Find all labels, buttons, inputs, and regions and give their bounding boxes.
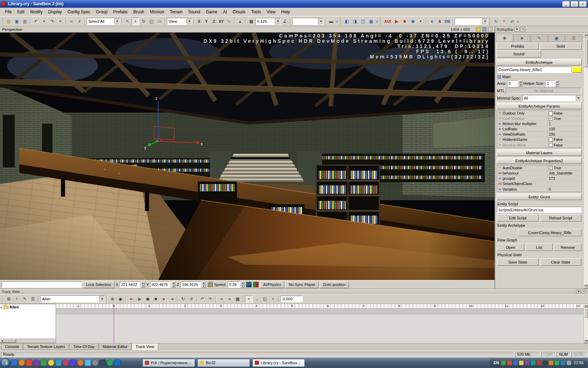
toolbar-grip[interactable] — [2, 18, 4, 25]
tab-console[interactable]: Console — [1, 343, 23, 350]
delete-sequence-icon[interactable]: × — [13, 295, 21, 303]
quick-launch-icon[interactable] — [11, 360, 18, 366]
property-row[interactable]: AiSmartObjectClass — [497, 181, 581, 186]
menu-clouds[interactable]: Clouds — [230, 8, 248, 16]
tray-icon[interactable] — [519, 361, 524, 365]
property-row[interactable]: ?Cast ShadowTrue — [497, 116, 581, 121]
delete-keys-icon[interactable]: × — [269, 295, 277, 303]
link-objects-icon[interactable]: ∞ — [68, 18, 75, 25]
layout-split-icon[interactable]: ◨ — [351, 18, 359, 25]
rollup-pin-icon[interactable] — [514, 27, 519, 32]
layout-triple-icon[interactable]: ◫ — [359, 18, 367, 25]
tab-layers[interactable]: ☰ — [565, 34, 582, 42]
tab-material-editor[interactable]: Material Editor — [99, 343, 131, 350]
prev-key-icon[interactable]: « — [218, 295, 225, 303]
export-button[interactable]: ▥ — [21, 18, 29, 25]
save-state-button[interactable]: Save State — [497, 258, 539, 266]
delete-icon[interactable]: × — [500, 18, 508, 25]
task-button-pix[interactable]: PIX / Редактировани... — [142, 359, 195, 367]
layer-combo[interactable] — [292, 18, 324, 25]
timeline[interactable]: -1 0 1 2 3 4 5 6 7 8 9 10 11 12 13 — [56, 304, 588, 343]
tab-objects[interactable]: ◉ — [496, 34, 513, 42]
tab-display[interactable]: ▣ — [548, 34, 565, 42]
chevron-down-icon[interactable] — [99, 296, 105, 302]
tray-icon[interactable] — [549, 361, 553, 365]
z-coordinate-field[interactable]: 106.9125 — [181, 281, 201, 288]
quick-launch-icon[interactable] — [70, 360, 76, 366]
chevron-down-icon[interactable] — [482, 18, 488, 25]
undo-key-icon[interactable]: ↶ — [198, 295, 206, 303]
layout-single-icon[interactable]: ◧ — [343, 18, 351, 25]
tray-icon[interactable] — [543, 361, 547, 365]
docker-close-icon[interactable]: × — [582, 289, 586, 294]
tab-time-of-day[interactable]: Time Of Day — [69, 343, 98, 350]
tray-icon[interactable] — [567, 361, 571, 365]
graph-icon[interactable]: ∿ — [225, 18, 233, 25]
terrain-collision-icon[interactable] — [246, 282, 252, 287]
area-spinner[interactable] — [518, 80, 522, 87]
entity-archetype-header[interactable]: EntityArchetype — [497, 59, 582, 66]
redo-dropdown-icon[interactable] — [56, 18, 64, 25]
db-toggle-button[interactable]: DB — [443, 19, 451, 23]
flow-remove-button[interactable]: Remove — [554, 244, 581, 251]
menu-file[interactable]: File — [2, 8, 14, 16]
clock[interactable]: 22:56 — [574, 361, 583, 365]
menu-help[interactable]: Help — [278, 8, 293, 16]
undo-button[interactable]: ↶ — [32, 18, 40, 25]
chevron-down-icon[interactable] — [186, 18, 192, 25]
menu-terrain[interactable]: Terrain — [167, 8, 186, 16]
checkbox-icon[interactable] — [549, 111, 553, 115]
x-spinner[interactable] — [141, 281, 145, 288]
menu-ai[interactable]: AI — [220, 8, 230, 16]
property-row[interactable]: nVariation0 — [497, 186, 581, 192]
expander-icon[interactable]: ▸ — [1, 305, 2, 309]
loop-back-icon[interactable]: ↺ — [187, 295, 195, 303]
menu-tools[interactable]: Tools — [248, 8, 264, 16]
tray-icon[interactable] — [537, 361, 541, 365]
toolbar-grip[interactable] — [340, 18, 342, 25]
current-time-field[interactable]: 0.000 — [280, 296, 303, 302]
speed-field[interactable]: 0.28 — [228, 281, 240, 288]
chevron-down-icon[interactable] — [275, 18, 280, 25]
scroll-up-icon[interactable] — [584, 304, 588, 308]
axis-y-button[interactable]: Y — [203, 18, 210, 25]
pause-animation-icon[interactable]: ▮▮ — [144, 295, 152, 303]
select-tool-icon[interactable]: ↖ — [124, 18, 131, 25]
x-coordinate-field[interactable]: 221.5632 — [120, 281, 140, 288]
property-row[interactable]: nViewDistRatio100 — [497, 132, 581, 137]
checkbox-icon[interactable] — [549, 117, 553, 121]
time-ruler[interactable]: -1 0 1 2 3 4 5 6 7 8 9 10 11 12 13 — [56, 304, 588, 309]
play-game-button[interactable]: ▶ — [393, 18, 400, 25]
menu-edit[interactable]: Edit — [14, 8, 27, 16]
helper-size-field[interactable]: 1 — [545, 80, 554, 87]
scrollbar-thumb[interactable] — [4, 339, 16, 343]
property-row[interactable]: ngroupid173 — [497, 176, 581, 181]
scrollbar-track[interactable] — [583, 68, 588, 284]
tray-icon[interactable] — [513, 361, 518, 365]
no-sync-player-button[interactable]: No Sync Player — [286, 281, 318, 288]
scroll-down-icon[interactable] — [584, 339, 588, 343]
selection-filter-combo[interactable]: Select All — [87, 18, 120, 25]
lock-selection-button[interactable]: Lock Selection — [83, 281, 114, 288]
speed-spinner[interactable] — [241, 281, 245, 288]
scroll-up-icon[interactable] — [583, 33, 588, 38]
rollup-scrollbar[interactable] — [583, 33, 588, 288]
ai-toggle-button[interactable]: A — [436, 18, 443, 25]
goto-start-icon[interactable]: ⇤ — [128, 295, 135, 303]
snapshot-icon[interactable] — [476, 27, 481, 32]
tray-icon[interactable] — [561, 361, 565, 365]
quick-launch-icon[interactable] — [77, 360, 84, 366]
color-swatch[interactable] — [572, 67, 581, 73]
start-button[interactable] — [1, 358, 10, 367]
chevron-down-icon[interactable] — [318, 18, 323, 25]
record-icon[interactable]: ● — [160, 295, 168, 303]
timeline-v-scrollbar[interactable] — [583, 304, 588, 343]
maximize-button[interactable]: □ — [570, 1, 578, 7]
task-button-bin32[interactable]: Bin32 — [197, 359, 250, 367]
minimize-button[interactable]: _ — [562, 1, 570, 7]
toolbar-grip[interactable] — [380, 18, 382, 25]
viewport-3d[interactable]: z y x CamPos=203 354 108 Angl= -4 0 -37 … — [0, 33, 495, 280]
tray-icon[interactable] — [531, 361, 536, 365]
menu-group[interactable]: Group — [93, 8, 110, 16]
scroll-left-icon[interactable] — [0, 339, 4, 343]
